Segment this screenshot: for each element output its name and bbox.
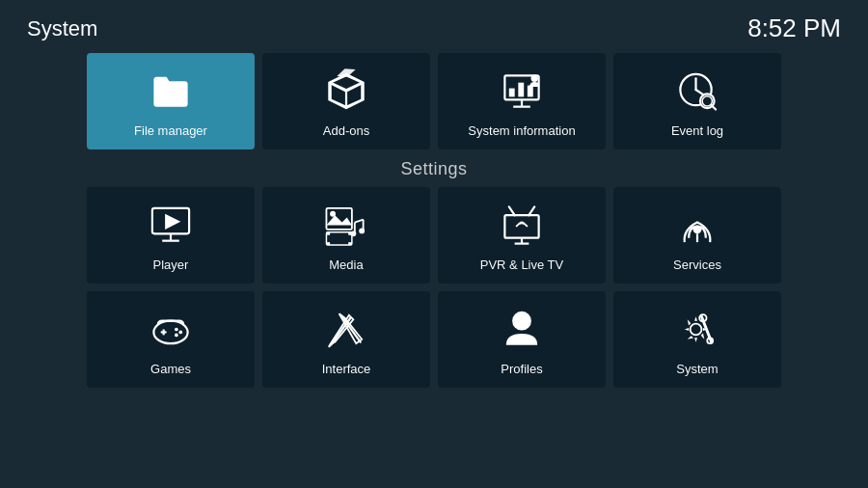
tile-label-media: Media	[329, 258, 363, 272]
tile-label-player: Player	[153, 258, 189, 272]
tile-system-information[interactable]: System information	[438, 53, 606, 149]
tile-label-interface: Interface	[322, 362, 371, 376]
svg-rect-21	[326, 208, 351, 230]
addons-icon	[323, 68, 369, 114]
event-log-icon	[674, 68, 720, 114]
tile-label-system-information: System information	[468, 123, 575, 138]
tile-label-file-manager: File manager	[134, 123, 207, 138]
games-icon	[148, 307, 194, 352]
svg-rect-9	[528, 86, 533, 97]
tile-label-pvr-live-tv: PVR & Live TV	[480, 258, 563, 272]
svg-point-10	[531, 75, 538, 82]
svg-rect-30	[326, 232, 330, 235]
tile-file-manager[interactable]: File manager	[87, 53, 255, 149]
top-row: File manager Add-ons	[87, 53, 781, 149]
tile-system[interactable]: System	[613, 291, 781, 388]
interface-icon	[323, 307, 369, 352]
header: System 8:52 PM	[0, 0, 868, 53]
profiles-icon	[499, 307, 545, 352]
tile-event-log[interactable]: Event log	[613, 53, 781, 149]
svg-point-45	[178, 331, 182, 335]
tile-label-system: System	[676, 362, 718, 376]
tile-interface[interactable]: Interface	[262, 291, 430, 388]
system-icon	[674, 307, 720, 352]
settings-row-2: Games Interface Profiles	[87, 291, 781, 388]
svg-point-53	[513, 312, 530, 330]
svg-point-44	[175, 328, 178, 332]
tile-add-ons[interactable]: Add-ons	[262, 53, 430, 149]
svg-line-1	[331, 83, 346, 90]
tile-label-services: Services	[673, 258, 721, 272]
svg-line-15	[712, 105, 716, 109]
svg-line-26	[355, 220, 364, 223]
svg-rect-32	[348, 232, 352, 235]
services-icon	[674, 203, 720, 248]
tile-services[interactable]: Services	[613, 187, 781, 284]
svg-point-54	[691, 324, 702, 336]
tile-label-profiles: Profiles	[501, 362, 542, 376]
pvr-live-tv-icon	[499, 203, 545, 248]
svg-line-2	[346, 83, 362, 90]
tile-label-event-log: Event log	[671, 123, 723, 138]
tile-label-games: Games	[150, 362, 191, 376]
tile-games[interactable]: Games	[87, 291, 255, 388]
tile-profiles[interactable]: Profiles	[438, 291, 606, 388]
svg-line-35	[509, 206, 515, 215]
media-icon	[323, 203, 369, 248]
clock: 8:52 PM	[747, 14, 841, 43]
tile-pvr-live-tv[interactable]: PVR & Live TV	[438, 187, 606, 284]
svg-point-28	[359, 228, 365, 233]
svg-line-36	[529, 206, 534, 215]
tile-player[interactable]: Player	[87, 187, 255, 284]
page-title: System	[27, 16, 97, 41]
svg-marker-20	[165, 214, 180, 230]
svg-rect-29	[326, 232, 351, 245]
svg-rect-34	[504, 215, 538, 238]
settings-section-label: Settings	[87, 159, 781, 179]
svg-marker-23	[326, 215, 351, 225]
svg-rect-33	[348, 242, 352, 245]
folder-icon	[148, 68, 194, 114]
tile-label-add-ons: Add-ons	[323, 123, 369, 138]
settings-row-1: Player Media	[87, 187, 781, 284]
tile-media[interactable]: Media	[262, 187, 430, 284]
player-icon	[148, 203, 194, 248]
svg-point-46	[175, 334, 178, 338]
svg-rect-8	[518, 83, 524, 97]
svg-rect-31	[326, 242, 330, 245]
svg-rect-7	[509, 89, 515, 97]
main-content: File manager Add-ons	[0, 53, 868, 388]
system-info-icon	[499, 68, 545, 114]
